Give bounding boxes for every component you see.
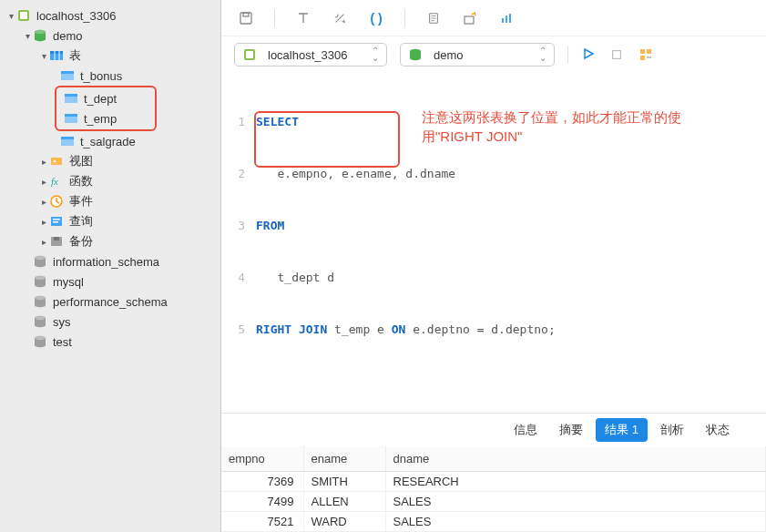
connection-combo-label: localhost_3306 — [268, 48, 347, 62]
tree-table-t_emp[interactable]: t_emp — [58, 108, 153, 128]
table-label: t_emp — [84, 112, 117, 126]
highlight-box-sql — [254, 111, 400, 168]
cell-dname[interactable]: SALES — [385, 512, 766, 532]
tab-summary[interactable]: 摘要 — [550, 418, 592, 442]
svg-point-17 — [54, 160, 56, 163]
connection-combo[interactable]: localhost_3306 ⌃⌄ — [234, 43, 387, 66]
tree-backup[interactable]: ▸ 备份 — [0, 231, 220, 251]
svg-point-3 — [35, 30, 46, 34]
svg-rect-48 — [640, 56, 645, 60]
tab-status[interactable]: 状态 — [697, 418, 739, 442]
col-dname[interactable]: dname — [385, 446, 766, 472]
parentheses-icon[interactable]: ( ) — [368, 10, 384, 26]
tree-database-test[interactable]: test — [0, 332, 220, 352]
views-label: 视图 — [69, 153, 93, 169]
save-icon[interactable] — [238, 10, 254, 26]
event-icon — [49, 194, 64, 209]
annotation-text: 注意这两张表换了位置，如此才能正常的使用"RIGHT JOIN" — [422, 107, 713, 146]
tree-functions[interactable]: ▸ fx 函数 — [0, 171, 220, 191]
svg-rect-16 — [51, 158, 62, 165]
tree-database-sys[interactable]: sys — [0, 312, 220, 332]
sql-keyword: FROM — [256, 219, 284, 232]
tree-table-t_salgrade[interactable]: t_salgrade — [0, 131, 220, 151]
chevron-down-icon: ▾ — [22, 31, 33, 41]
svg-rect-47 — [647, 49, 651, 54]
query-icon — [49, 214, 64, 229]
col-empno[interactable]: empno — [221, 446, 303, 472]
connection-icon — [16, 8, 31, 23]
tree-database-information_schema[interactable]: information_schema — [0, 251, 220, 271]
cell-empno[interactable]: 7499 — [221, 492, 303, 512]
snippet-icon[interactable] — [425, 10, 442, 26]
table-row[interactable]: 7499ALLENSALES — [221, 492, 766, 512]
text-tool-icon[interactable] — [295, 10, 312, 26]
tree-connection[interactable]: ▾ localhost_3306 — [0, 5, 220, 26]
table-label: t_bonus — [80, 69, 122, 83]
database-label: test — [53, 335, 72, 349]
connection-label: localhost_3306 — [36, 9, 116, 23]
svg-rect-45 — [613, 51, 621, 59]
cell-dname[interactable]: RESEARCH — [385, 472, 766, 492]
cell-empno[interactable]: 7521 — [221, 512, 303, 532]
database-label: demo — [53, 29, 83, 43]
database-combo[interactable]: demo ⌃⌄ — [400, 43, 555, 66]
sql-editor[interactable]: 1SELECT 2 e.empno, e.ename, d.dname 3FRO… — [221, 73, 766, 414]
chevron-right-icon: ▸ — [38, 177, 49, 187]
col-ename[interactable]: ename — [303, 446, 385, 472]
cell-empno[interactable]: 7369 — [221, 472, 303, 492]
cell-ename[interactable]: ALLEN — [303, 492, 385, 512]
chevron-right-icon: ▸ — [38, 157, 49, 167]
tab-profile[interactable]: 剖析 — [651, 418, 693, 442]
database-label: performance_schema — [53, 295, 168, 309]
tree-table-t_bonus[interactable]: t_bonus — [0, 66, 220, 86]
tree-table-t_dept[interactable]: t_dept — [58, 88, 153, 108]
svg-rect-9 — [61, 71, 74, 74]
svg-rect-39 — [502, 18, 504, 23]
chevron-right-icon: ▸ — [38, 217, 49, 227]
chart-icon[interactable] — [498, 10, 515, 26]
svg-rect-40 — [506, 15, 507, 23]
database-icon — [33, 28, 47, 43]
svg-rect-46 — [640, 49, 645, 54]
table-label: t_salgrade — [80, 135, 136, 148]
database-combo-label: demo — [434, 48, 464, 62]
svg-point-30 — [35, 296, 46, 300]
separator — [404, 9, 405, 27]
tree-database-mysql[interactable]: mysql — [0, 271, 220, 292]
svg-rect-41 — [509, 14, 511, 23]
beautify-icon[interactable] — [332, 10, 348, 26]
tab-result[interactable]: 结果 1 — [596, 418, 648, 442]
database-icon — [33, 254, 47, 269]
svg-text:fx: fx — [51, 176, 58, 187]
cell-dname[interactable]: SALES — [385, 492, 766, 512]
tables-folder-label: 表 — [69, 47, 81, 64]
stop-button[interactable] — [608, 46, 625, 63]
tree-database[interactable]: ▾ demo — [0, 26, 220, 46]
chevron-right-icon: ▸ — [38, 237, 49, 247]
table-row[interactable]: 7369SMITHRESEARCH — [221, 472, 766, 492]
svg-rect-36 — [243, 13, 249, 16]
cell-ename[interactable]: WARD — [303, 512, 385, 532]
chevron-down-icon: ▾ — [5, 11, 16, 21]
table-icon — [64, 91, 78, 106]
sql-text: e.deptno = d.deptno; — [413, 322, 556, 336]
highlight-box-tables: t_dept t_emp — [55, 86, 157, 131]
svg-point-28 — [35, 276, 46, 280]
svg-rect-1 — [20, 12, 27, 19]
chevron-right-icon: ▸ — [38, 197, 49, 207]
explain-icon[interactable] — [638, 46, 654, 63]
export-icon[interactable] — [462, 10, 478, 26]
tab-info[interactable]: 信息 — [505, 418, 546, 442]
tree-views[interactable]: ▸ 视图 — [0, 151, 220, 171]
table-row[interactable]: 7521WARDSALES — [221, 512, 766, 532]
tree-tables-folder[interactable]: ▾ 表 — [0, 46, 220, 66]
database-icon — [33, 294, 47, 309]
run-button[interactable] — [581, 46, 596, 64]
tree-queries[interactable]: ▸ 查询 — [0, 211, 220, 231]
cell-ename[interactable]: SMITH — [303, 472, 385, 492]
database-icon — [408, 47, 423, 62]
tree-events[interactable]: ▸ 事件 — [0, 191, 220, 211]
tree-database-performance_schema[interactable]: performance_schema — [0, 292, 220, 312]
table-icon — [60, 68, 75, 83]
results-table[interactable]: empno ename dname 7369SMITHRESEARCH7499A… — [221, 446, 766, 532]
